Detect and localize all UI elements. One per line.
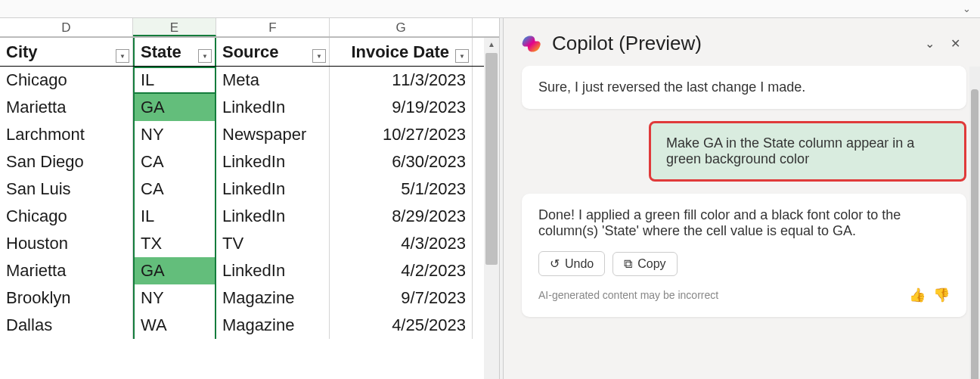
- cell[interactable]: Chicago: [0, 203, 133, 230]
- cell[interactable]: LinkedIn: [216, 94, 330, 121]
- cell[interactable]: IL: [133, 203, 216, 230]
- copilot-scrollbar[interactable]: [969, 67, 980, 379]
- cell[interactable]: TX: [133, 230, 216, 257]
- table-row: ChicagoILMeta11/3/2023: [0, 67, 499, 94]
- cell[interactable]: LinkedIn: [216, 257, 330, 284]
- cell[interactable]: IL: [133, 67, 216, 94]
- column-header-D[interactable]: D: [0, 18, 133, 36]
- header-label: Source: [222, 42, 279, 62]
- cell[interactable]: CA: [133, 148, 216, 176]
- copilot-message: Done! I applied a green fill color and a…: [522, 194, 966, 317]
- cell[interactable]: 4/25/2023: [330, 312, 473, 339]
- column-header-F[interactable]: F: [216, 18, 330, 36]
- cell[interactable]: Marietta: [0, 257, 133, 284]
- column-header-G[interactable]: G: [330, 18, 473, 36]
- thumbs-up-icon[interactable]: 👍: [909, 287, 926, 303]
- column-header-E[interactable]: E: [133, 18, 216, 36]
- undo-icon: ↺: [550, 256, 560, 271]
- cell[interactable]: WA: [133, 312, 216, 339]
- filter-dropdown-icon[interactable]: ▼: [198, 49, 212, 63]
- cell[interactable]: 4/2/2023: [330, 257, 473, 284]
- table-row: ChicagoILLinkedIn8/29/2023: [0, 203, 499, 230]
- user-prompt-highlighted: Make GA in the State column appear in a …: [649, 121, 966, 182]
- ai-disclaimer: AI-generated content may be incorrect: [538, 289, 718, 301]
- table-row: HoustonTXTV4/3/2023: [0, 230, 499, 257]
- table-row: LarchmontNYNewspaper10/27/2023: [0, 121, 499, 148]
- undo-label: Undo: [565, 257, 594, 271]
- table-header-invoice-date[interactable]: Invoice Date▼: [330, 38, 473, 66]
- cell[interactable]: 9/19/2023: [330, 94, 473, 121]
- cell[interactable]: Newspaper: [216, 121, 330, 148]
- cell[interactable]: CA: [133, 176, 216, 203]
- table-row: San DiegoCALinkedIn6/30/2023: [0, 148, 499, 176]
- cell[interactable]: LinkedIn: [216, 203, 330, 230]
- cell[interactable]: GA: [133, 257, 216, 284]
- filter-dropdown-icon[interactable]: ▼: [455, 49, 469, 63]
- scroll-thumb[interactable]: [485, 53, 498, 265]
- table-row: BrooklynNYMagazine9/7/2023: [0, 284, 499, 312]
- table-row: San LuisCALinkedIn5/1/2023: [0, 176, 499, 203]
- cell[interactable]: LinkedIn: [216, 148, 330, 176]
- table-header-source[interactable]: Source▼: [216, 38, 330, 66]
- copilot-title: Copilot (Preview): [552, 32, 912, 55]
- filter-dropdown-icon[interactable]: ▼: [116, 49, 129, 63]
- grid-scrollbar[interactable]: ▲: [484, 38, 499, 379]
- header-label: Invoice Date: [351, 42, 449, 62]
- cell[interactable]: Meta: [216, 67, 330, 94]
- cell[interactable]: Magazine: [216, 312, 330, 339]
- copy-button[interactable]: ⧉ Copy: [612, 252, 677, 276]
- cell[interactable]: Chicago: [0, 67, 133, 94]
- copilot-message: Sure, I just reversed the last change I …: [522, 66, 966, 109]
- copy-label: Copy: [637, 257, 665, 271]
- cell[interactable]: 8/29/2023: [330, 203, 473, 230]
- table-row: MariettaGALinkedIn4/2/2023: [0, 257, 499, 284]
- cell[interactable]: NY: [133, 284, 216, 312]
- table-row: DallasWAMagazine4/25/2023: [0, 312, 499, 339]
- cell[interactable]: GA: [133, 94, 216, 121]
- cell[interactable]: NY: [133, 121, 216, 148]
- cell[interactable]: 4/3/2023: [330, 230, 473, 257]
- copy-icon: ⧉: [624, 257, 632, 271]
- chevron-down-icon[interactable]: ⌄: [963, 3, 971, 14]
- table-header-city[interactable]: City▼: [0, 38, 133, 66]
- undo-button[interactable]: ↺ Undo: [538, 251, 605, 276]
- cell[interactable]: 5/1/2023: [330, 176, 473, 203]
- collapse-button[interactable]: ⌄: [921, 36, 938, 52]
- close-button[interactable]: ✕: [947, 36, 963, 52]
- cell[interactable]: Houston: [0, 230, 133, 257]
- cell[interactable]: San Diego: [0, 148, 133, 176]
- cell[interactable]: 10/27/2023: [330, 121, 473, 148]
- filter-dropdown-icon[interactable]: ▼: [312, 49, 326, 63]
- cell[interactable]: TV: [216, 230, 330, 257]
- scroll-thumb[interactable]: [971, 89, 978, 379]
- cell[interactable]: Magazine: [216, 284, 330, 312]
- thumbs-down-icon[interactable]: 👎: [933, 287, 950, 303]
- header-label: State: [141, 42, 181, 62]
- header-label: City: [6, 42, 38, 62]
- cell[interactable]: San Luis: [0, 176, 133, 203]
- cell[interactable]: 11/3/2023: [330, 67, 473, 94]
- scroll-up-icon[interactable]: ▲: [484, 38, 499, 51]
- window-titlebar: ⌄: [0, 0, 980, 18]
- table-row: MariettaGALinkedIn9/19/2023: [0, 94, 499, 121]
- copilot-logo-icon: [522, 33, 543, 54]
- cell[interactable]: Dallas: [0, 312, 133, 339]
- cell[interactable]: Marietta: [0, 94, 133, 121]
- spreadsheet-grid[interactable]: DEFG City▼State▼Source▼Invoice Date▼ Chi…: [0, 18, 499, 379]
- cell[interactable]: LinkedIn: [216, 176, 330, 203]
- cell[interactable]: Larchmont: [0, 121, 133, 148]
- copilot-panel: Copilot (Preview) ⌄ ✕ Sure, I just rever…: [504, 18, 980, 379]
- cell[interactable]: Brooklyn: [0, 284, 133, 312]
- cell[interactable]: 9/7/2023: [330, 284, 473, 312]
- table-header-state[interactable]: State▼: [133, 38, 216, 66]
- copilot-message-text: Done! I applied a green fill color and a…: [538, 207, 950, 239]
- cell[interactable]: 6/30/2023: [330, 148, 473, 176]
